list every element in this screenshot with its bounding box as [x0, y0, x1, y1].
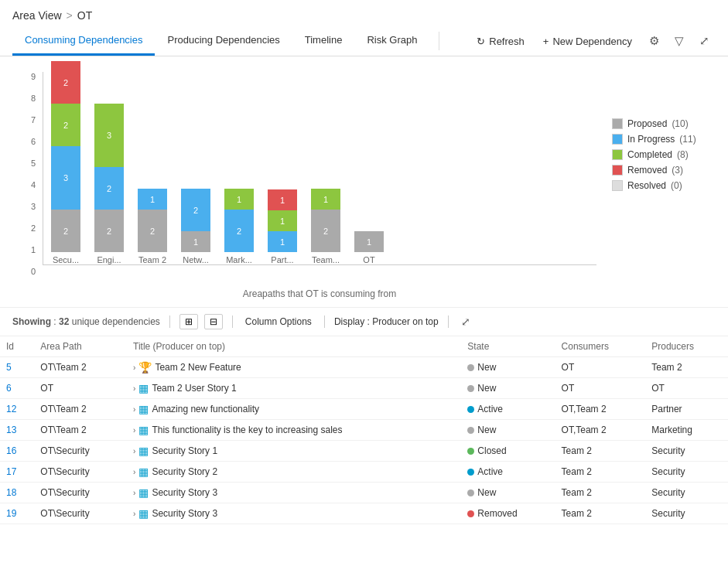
row-producers-cell: OT: [645, 378, 728, 399]
row-expand-arrow[interactable]: ›: [133, 384, 135, 393]
row-title: Security Story 1: [152, 445, 217, 456]
legend-count: (3): [672, 165, 683, 176]
legend-swatch: [612, 180, 623, 191]
row-expand-arrow[interactable]: ›: [133, 489, 135, 497]
table-header-cell: Id: [0, 336, 34, 357]
state-dot: [467, 364, 474, 371]
legend-item: Completed(8): [612, 149, 713, 160]
bar-segment: 2: [94, 210, 124, 252]
row-state-cell: Active: [461, 399, 555, 420]
row-id-link[interactable]: 18: [6, 487, 16, 498]
bar-group[interactable]: 21Mark...: [224, 189, 254, 264]
row-state-cell: New: [461, 357, 555, 378]
collapse-rows-button[interactable]: ⊟: [204, 314, 223, 329]
new-dependency-button[interactable]: + New Dependency: [535, 31, 640, 52]
trophy-icon: 🏆: [138, 361, 152, 373]
table-row[interactable]: 17OT\Security›▦Security Story 2ActiveTea…: [0, 462, 728, 483]
tab-consuming[interactable]: Consuming Dependencies: [12, 26, 155, 56]
legend-label: In Progress: [627, 134, 675, 145]
row-state-cell: Removed: [461, 503, 555, 524]
settings-button[interactable]: ⚙: [643, 29, 665, 53]
bar-group[interactable]: 223Engi...: [94, 104, 124, 264]
table-row[interactable]: 12OT\Team 2›▦Amazing new functionalityAc…: [0, 399, 728, 420]
bar-segment: 1: [311, 189, 340, 210]
display-text: Display : Producer on top: [334, 316, 439, 327]
row-expand-arrow[interactable]: ›: [133, 468, 135, 476]
expand-rows-button[interactable]: ⊞: [179, 314, 198, 329]
breadcrumb-area[interactable]: Area View: [12, 9, 62, 22]
bar-segment: 3: [51, 146, 80, 210]
showing-divider-4: [448, 315, 449, 328]
column-options-button[interactable]: Column Options: [242, 315, 315, 329]
bar-group[interactable]: 12Netw...: [181, 189, 210, 264]
bar-group[interactable]: 1OT: [354, 231, 384, 264]
showing-divider-1: [169, 315, 170, 328]
story-icon: ▦: [138, 382, 149, 394]
row-title-cell: ›▦This functionality is the key to incre…: [127, 420, 461, 441]
table-header-cell: Producers: [645, 336, 728, 357]
row-area-cell: OT\Security: [34, 483, 127, 503]
showing-suffix: unique dependencies: [72, 316, 160, 327]
row-id-link[interactable]: 17: [6, 466, 16, 477]
refresh-button[interactable]: ↻ Refresh: [469, 31, 532, 52]
row-title-cell: ›▦Security Story 3: [127, 483, 461, 503]
legend-label: Resolved: [627, 180, 666, 191]
tab-timeline[interactable]: Timeline: [292, 26, 355, 56]
legend-swatch: [612, 134, 623, 145]
row-id-link[interactable]: 13: [6, 425, 16, 435]
row-expand-arrow[interactable]: ›: [133, 426, 135, 435]
row-producers-cell: Partner: [645, 399, 728, 420]
bar-label: Team 2: [138, 255, 166, 264]
row-id-link[interactable]: 6: [6, 383, 12, 394]
bar-group[interactable]: 111Part...: [268, 189, 297, 264]
row-consumers-cell: OT,Team 2: [555, 399, 646, 420]
row-expand-arrow[interactable]: ›: [133, 363, 135, 372]
row-expand-arrow[interactable]: ›: [133, 510, 135, 518]
row-title: This functionality is the key to increas…: [152, 425, 342, 435]
table-expand-icon[interactable]: ⤢: [461, 315, 470, 328]
tab-risk[interactable]: Risk Graph: [354, 26, 429, 56]
legend-count: (8): [677, 149, 689, 160]
filter-button[interactable]: ▽: [668, 29, 690, 53]
breadcrumb: Area View > OT: [0, 0, 728, 26]
y-axis: 9876543210: [15, 72, 39, 276]
table-row[interactable]: 6OT›▦Team 2 User Story 1NewOTOT: [0, 378, 728, 399]
tab-producing[interactable]: Producing Dependencies: [155, 26, 292, 56]
table-header: IdArea PathTitle (Producer on top)StateC…: [0, 336, 728, 357]
legend-item: Resolved(0): [612, 180, 713, 191]
refresh-label: Refresh: [489, 36, 525, 47]
state-text: Active: [477, 466, 503, 477]
table-row[interactable]: 19OT\Security›▦Security Story 3RemovedTe…: [0, 503, 728, 524]
table-row[interactable]: 5OT\Team 2›🏆Team 2 New FeatureNewOTTeam …: [0, 357, 728, 378]
table-row[interactable]: 13OT\Team 2›▦This functionality is the k…: [0, 420, 728, 441]
row-id-link[interactable]: 19: [6, 508, 16, 519]
bars-row: 2322Secu...223Engi...21Team 212Netw...21…: [43, 72, 596, 264]
row-producers-cell: Security: [645, 483, 728, 503]
tabs-container: Consuming Dependencies Producing Depende…: [12, 26, 429, 56]
row-id-link[interactable]: 5: [6, 362, 12, 373]
bar-group[interactable]: 21Team...: [311, 189, 340, 264]
chart-container: 9876543210 2322Secu...223Engi...21Team 2…: [0, 56, 728, 307]
showing-bar: Showing : 32 unique dependencies ⊞ ⊟ Col…: [0, 307, 728, 336]
state-text: New: [477, 487, 496, 498]
row-area-cell: OT\Team 2: [34, 420, 127, 441]
row-consumers-cell: Team 2: [555, 503, 646, 524]
state-dot: [467, 469, 474, 476]
bar-group[interactable]: 2322Secu...: [51, 61, 80, 264]
nav-tabs: Consuming Dependencies Producing Depende…: [0, 26, 728, 56]
bar-group[interactable]: 21Team 2: [138, 189, 167, 264]
row-id-link[interactable]: 16: [6, 445, 16, 456]
row-expand-arrow[interactable]: ›: [133, 447, 135, 455]
row-id-link[interactable]: 12: [6, 404, 16, 414]
table-header-cell: State: [461, 336, 555, 357]
row-expand-arrow[interactable]: ›: [133, 405, 135, 414]
table-row[interactable]: 18OT\Security›▦Security Story 3NewTeam 2…: [0, 483, 728, 503]
table-row[interactable]: 16OT\Security›▦Security Story 1ClosedTea…: [0, 441, 728, 462]
bar-label: Mark...: [226, 255, 252, 264]
row-title-cell: ›▦Amazing new functionality: [127, 399, 461, 420]
story-icon: ▦: [138, 507, 149, 520]
expand-button[interactable]: ⤢: [693, 29, 716, 53]
story-icon: ▦: [138, 403, 149, 415]
bar-label: Part...: [271, 255, 293, 264]
row-consumers-cell: OT,Team 2: [555, 420, 646, 441]
